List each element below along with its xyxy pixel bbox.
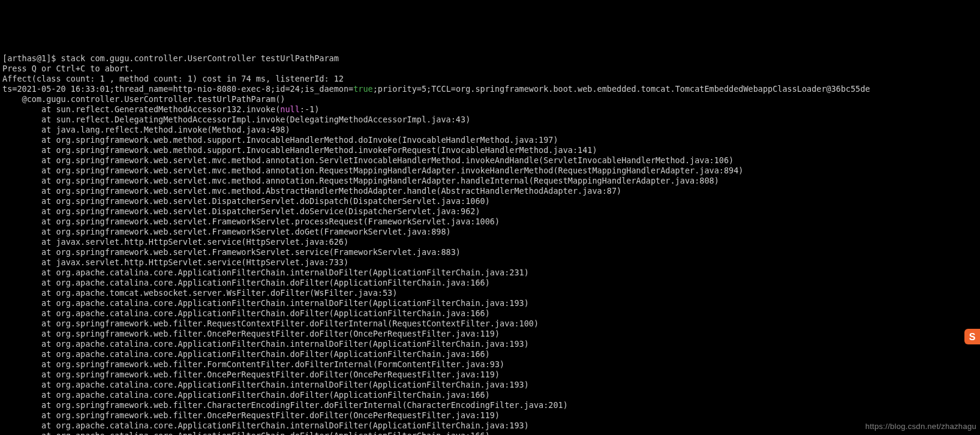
stack-frame: at sun.reflect.DelegatingMethodAccessorI… [2, 115, 470, 124]
stack-frame: at org.apache.catalina.core.ApplicationF… [2, 421, 529, 430]
stack-frame: at org.springframework.web.servlet.mvc.m… [2, 186, 621, 196]
stack-frame: at org.apache.catalina.core.ApplicationF… [2, 298, 529, 308]
prompt-prefix: [arthas@1]$ [2, 53, 61, 63]
stack-frame: at org.apache.catalina.core.ApplicationF… [2, 349, 490, 359]
frame-suffix: :-1) [300, 104, 320, 114]
stack-frame-first: at sun.reflect.GeneratedMethodAccessor13… [2, 104, 319, 114]
stack-frame: at javax.servlet.http.HttpServlet.servic… [2, 237, 348, 247]
watermark-text: https://blog.csdn.net/zhazhagu [865, 421, 976, 431]
stack-frame: at org.springframework.web.servlet.mvc.m… [2, 166, 743, 175]
frame-prefix: at sun.reflect.GeneratedMethodAccessor13… [2, 104, 280, 114]
null-token: null [280, 104, 300, 114]
stack-frame: at org.springframework.web.filter.Reques… [2, 319, 539, 328]
side-tool-label: S [969, 332, 976, 342]
entry-method-line: @com.gugu.controller.UserController.test… [2, 94, 285, 104]
side-tool-icon[interactable]: S [964, 329, 980, 344]
thread-info-line: ts=2021-05-20 16:33:01;thread_name=http-… [2, 84, 870, 94]
stack-frame: at java.lang.reflect.Method.invoke(Metho… [2, 125, 290, 134]
stack-frame: at org.springframework.web.servlet.mvc.m… [2, 155, 734, 165]
stack-frame: at org.springframework.web.servlet.Frame… [2, 227, 451, 236]
stack-frame: at javax.servlet.http.HttpServlet.servic… [2, 257, 348, 267]
prompt-line: [arthas@1]$ stack com.gugu.controller.Us… [2, 53, 339, 63]
stack-frame: at org.springframework.web.filter.OncePe… [2, 329, 500, 338]
stack-frame: at org.springframework.web.method.suppor… [2, 145, 597, 155]
stack-frame: at org.springframework.web.servlet.Frame… [2, 247, 461, 257]
affect-line: Affect(class count: 1 , method count: 1)… [2, 74, 344, 83]
abort-hint: Press Q or Ctrl+C to abort. [2, 64, 134, 73]
stack-frame: at org.springframework.web.filter.FormCo… [2, 359, 504, 369]
stack-frame: at org.apache.catalina.core.ApplicationF… [2, 278, 490, 287]
terminal-output[interactable]: [arthas@1]$ stack com.gugu.controller.Us… [0, 51, 980, 435]
stack-frame: at org.apache.catalina.core.ApplicationF… [2, 339, 529, 349]
thread-info-suffix: ;priority=5;TCCL=org.springframework.boo… [373, 84, 870, 94]
stack-frame: at org.springframework.web.filter.OncePe… [2, 410, 500, 420]
stack-frame: at org.apache.catalina.core.ApplicationF… [2, 390, 490, 400]
daemon-value: true [353, 84, 373, 94]
stack-frame: at org.springframework.web.servlet.Frame… [2, 217, 500, 226]
stack-frame: at org.springframework.web.filter.Charac… [2, 400, 568, 410]
command-text: stack com.gugu.controller.UserController… [61, 53, 339, 63]
stack-frame: at org.springframework.web.method.suppor… [2, 135, 558, 145]
stack-frame: at org.apache.catalina.core.ApplicationF… [2, 380, 529, 389]
stack-frame: at org.apache.catalina.core.ApplicationF… [2, 268, 529, 277]
stack-frame: at org.apache.catalina.core.ApplicationF… [2, 431, 490, 435]
stack-frame: at org.springframework.web.filter.OncePe… [2, 370, 500, 379]
stack-frame: at org.apache.tomcat.websocket.server.Ws… [2, 288, 397, 298]
stack-frame: at org.springframework.web.servlet.Dispa… [2, 206, 480, 216]
stack-frame: at org.springframework.web.servlet.Dispa… [2, 196, 490, 206]
stack-frame: at org.apache.catalina.core.ApplicationF… [2, 308, 490, 318]
thread-info-prefix: ts=2021-05-20 16:33:01;thread_name=http-… [2, 84, 353, 94]
stack-frame: at org.springframework.web.servlet.mvc.m… [2, 176, 719, 185]
